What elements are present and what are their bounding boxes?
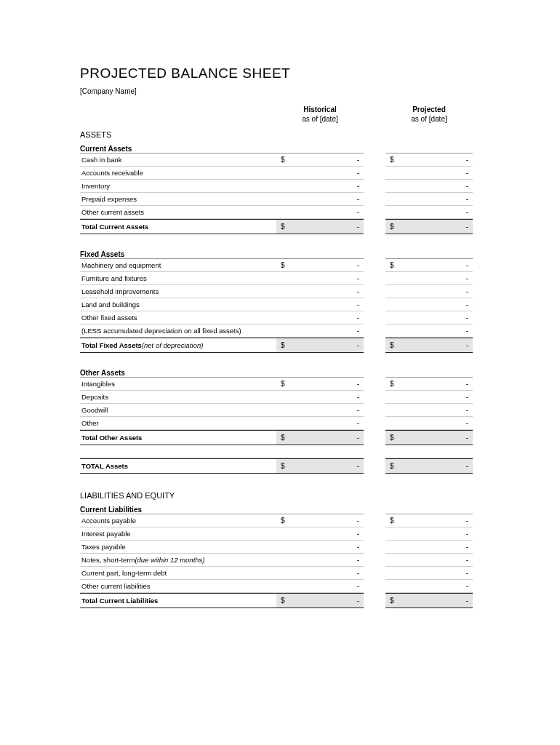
historical-cell: - <box>276 167 364 180</box>
column-headers: Historical as of [date] Projected as of … <box>80 105 487 123</box>
historical-cell: - <box>276 206 364 219</box>
table-row: Machinery and equipment$-$- <box>80 258 487 272</box>
total-assets-hist-value: - <box>357 462 359 470</box>
historical-cell: $- <box>276 377 364 391</box>
projected-subheader: as of [date] <box>385 115 473 123</box>
projected-cell: $- <box>385 258 473 272</box>
currency-symbol: $ <box>390 462 394 470</box>
historical-cell: - <box>276 285 364 298</box>
total-row: Total Fixed Assets (net of depreciation)… <box>80 338 487 353</box>
table-row: Deposits-- <box>80 391 487 404</box>
table-row: Other-- <box>80 417 487 430</box>
row-label: Deposits <box>80 391 276 404</box>
historical-cell: - <box>276 404 364 417</box>
row-label: (LESS accumulated depreciation on all fi… <box>80 324 276 338</box>
historical-cell: - <box>276 193 364 206</box>
table-row: Prepaid expenses-- <box>80 193 487 206</box>
historical-cell: - <box>276 324 364 338</box>
row-label: Cash in bank <box>80 153 276 167</box>
historical-cell: - <box>276 567 364 580</box>
projected-cell: $- <box>385 377 473 391</box>
table-row: Other fixed assets-- <box>80 311 487 324</box>
historical-cell: - <box>276 541 364 554</box>
projected-total-cell: $- <box>385 593 473 608</box>
row-label: Leasehold improvements <box>80 285 276 298</box>
row-label: Machinery and equipment <box>80 258 276 272</box>
table-row: Other current assets-- <box>80 206 487 219</box>
historical-subheader: as of [date] <box>276 115 364 123</box>
projected-cell: - <box>385 324 473 338</box>
row-label: Intangibles <box>80 377 276 391</box>
projected-cell: $- <box>385 514 473 527</box>
historical-cell: $- <box>276 514 364 527</box>
projected-cell: - <box>385 180 473 193</box>
company-name: [Company Name] <box>80 87 487 95</box>
row-label: Other <box>80 417 276 430</box>
historical-cell: $- <box>276 258 364 272</box>
total-label: Total Other Assets <box>80 430 276 445</box>
total-row: Total Other Assets$-$- <box>80 430 487 445</box>
row-label: Current part, long-term debt <box>80 567 276 580</box>
table-row: Accounts receivable-- <box>80 167 487 180</box>
projected-cell: - <box>385 567 473 580</box>
projected-cell: - <box>385 272 473 285</box>
row-label: Other fixed assets <box>80 311 276 324</box>
table-row: Goodwill-- <box>80 404 487 417</box>
historical-cell: - <box>276 417 364 430</box>
row-label: Prepaid expenses <box>80 193 276 206</box>
projected-cell: - <box>385 541 473 554</box>
total-assets-label: TOTAL Assets <box>80 458 276 474</box>
projected-total-cell: $- <box>385 219 473 234</box>
historical-cell: - <box>276 311 364 324</box>
current-liabilities-title: Current Liabilities <box>80 506 487 514</box>
total-row: Total Current Assets$-$- <box>80 219 487 234</box>
page-title: PROJECTED BALANCE SHEET <box>80 65 487 81</box>
table-row: Land and buildings-- <box>80 298 487 311</box>
historical-cell: - <box>276 527 364 541</box>
historical-total-cell: $- <box>276 338 364 353</box>
table-row: Cash in bank$-$- <box>80 153 487 167</box>
table-row: Inventory-- <box>80 180 487 193</box>
projected-cell: - <box>385 193 473 206</box>
projected-cell: - <box>385 404 473 417</box>
row-label: Accounts receivable <box>80 167 276 180</box>
liabilities-section-title: LIABILITIES AND EQUITY <box>80 491 487 500</box>
table-row: Taxes payable-- <box>80 541 487 554</box>
historical-cell: - <box>276 391 364 404</box>
assets-section-title: ASSETS <box>80 130 487 139</box>
historical-header: Historical <box>276 105 364 113</box>
total-row: Total Current Liabilities$-$- <box>80 593 487 608</box>
table-row: Accounts payable$-$- <box>80 514 487 527</box>
historical-total-cell: $- <box>276 430 364 445</box>
table-row: Other current liabilities-- <box>80 580 487 593</box>
projected-cell: - <box>385 554 473 567</box>
projected-cell: - <box>385 285 473 298</box>
total-assets-proj-value: - <box>466 462 468 470</box>
table-row: Notes, short-term (due within 12 months)… <box>80 554 487 567</box>
row-label: Furniture and fixtures <box>80 272 276 285</box>
table-row: Interest payable-- <box>80 527 487 541</box>
table-row: (LESS accumulated depreciation on all fi… <box>80 324 487 338</box>
projected-header: Projected <box>385 105 473 113</box>
table-row: Furniture and fixtures-- <box>80 272 487 285</box>
historical-cell: - <box>276 554 364 567</box>
row-label: Inventory <box>80 180 276 193</box>
table-row: Leasehold improvements-- <box>80 285 487 298</box>
projected-cell: - <box>385 417 473 430</box>
total-assets-row: TOTAL Assets $ - $ - <box>80 458 487 474</box>
row-label: Accounts payable <box>80 514 276 527</box>
total-label: Total Current Liabilities <box>80 593 276 608</box>
row-label: Land and buildings <box>80 298 276 311</box>
historical-cell: - <box>276 272 364 285</box>
row-label: Other current assets <box>80 206 276 219</box>
current-assets-title: Current Assets <box>80 145 487 153</box>
fixed-assets-title: Fixed Assets <box>80 250 487 258</box>
row-label: Goodwill <box>80 404 276 417</box>
historical-cell: - <box>276 180 364 193</box>
row-label: Taxes payable <box>80 541 276 554</box>
projected-cell: - <box>385 391 473 404</box>
projected-total-cell: $- <box>385 338 473 353</box>
historical-cell: - <box>276 580 364 593</box>
projected-cell: - <box>385 206 473 219</box>
projected-cell: - <box>385 298 473 311</box>
